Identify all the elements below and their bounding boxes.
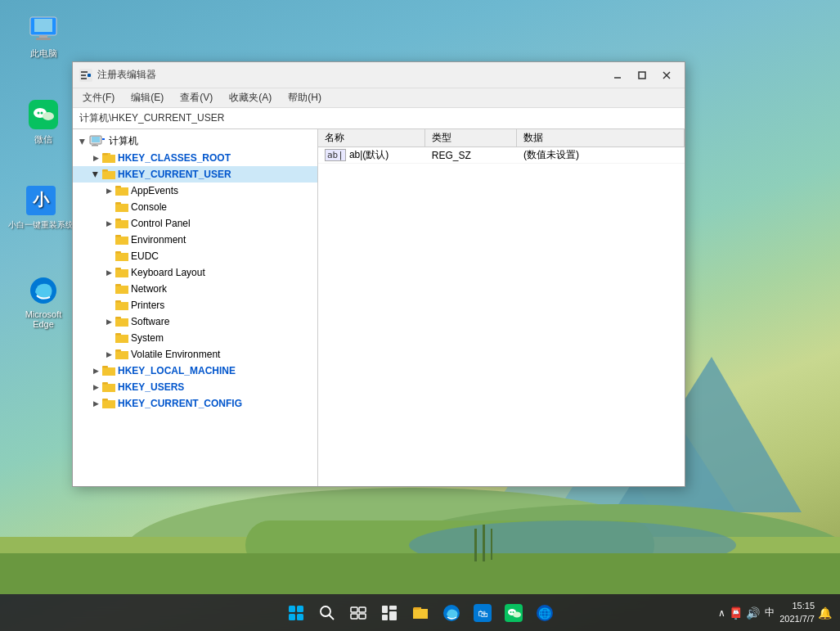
file-explorer-button[interactable] — [406, 598, 435, 628]
tree-label-computer: 计算机 — [109, 134, 138, 148]
folder-icon-appevents — [115, 185, 128, 196]
desktop-icon-installer[interactable]: 小 小白一键重装系统 — [8, 184, 74, 231]
desktop-icon-wechat[interactable]: 微信 — [15, 98, 72, 146]
search-button[interactable] — [312, 598, 342, 628]
desktop-icon-edge[interactable]: Microsoft Edge — [15, 274, 72, 329]
taskbar-app-button[interactable]: 🌐 — [530, 598, 559, 628]
menu-help[interactable]: 帮助(H) — [281, 89, 328, 106]
expand-software[interactable]: ▶ — [102, 315, 115, 328]
tree-label-appevents: AppEvents — [131, 185, 178, 196]
taskbar: 🛍 🌐 — [0, 594, 840, 631]
svg-text:🛍: 🛍 — [478, 608, 487, 620]
store-button[interactable]: 🛍 — [468, 598, 497, 628]
tree-item-software[interactable]: ▶ Software — [73, 313, 317, 330]
tree-item-hkey-users[interactable]: ▶ HKEY_USERS — [73, 379, 317, 395]
clock[interactable]: 15:15 2021/7/7 — [779, 600, 815, 625]
tree-item-printers[interactable]: ▶ Printers — [73, 297, 317, 313]
tree-label-control-panel: Control Panel — [131, 218, 191, 229]
volume-icon[interactable]: 🔊 — [746, 606, 760, 620]
tree-item-keyboard-layout[interactable]: ▶ Keyboard Layout — [73, 264, 317, 281]
row-name: ab|(默认) — [349, 148, 389, 162]
expand-classes-root[interactable]: ▶ — [89, 151, 102, 165]
expand-volatile-env[interactable]: ▶ — [102, 348, 115, 361]
svg-rect-30 — [639, 72, 645, 79]
svg-rect-38 — [102, 153, 108, 155]
svg-rect-28 — [88, 74, 91, 77]
tree-item-control-panel[interactable]: ▶ Control Panel — [73, 215, 317, 232]
mail-icon[interactable]: 📮 — [729, 606, 743, 620]
folder-icon-current-config — [102, 398, 115, 409]
menu-edit[interactable]: 编辑(E) — [124, 89, 170, 106]
tree-item-appevents[interactable]: ▶ AppEvents — [73, 183, 317, 199]
col-header-type[interactable]: 类型 — [425, 129, 517, 146]
tree-label-environment: Environment — [131, 234, 186, 246]
tree-panel: ▶ 计算机 ▶ — [73, 129, 318, 486]
right-panel: 名称 类型 数据 ab| ab|(默认) REG_SZ (数值未设置) — [318, 129, 685, 486]
svg-rect-43 — [115, 235, 121, 237]
widgets-button[interactable] — [375, 598, 404, 628]
svg-rect-6 — [245, 521, 654, 570]
menu-view[interactable]: 查看(V) — [173, 89, 219, 106]
svg-text:小: 小 — [32, 191, 50, 209]
desktop: 此电脑 微信 小 小白一键重装系统 — [0, 0, 840, 631]
taskbar-right: ∧ 📮 🔊 中 15:15 2021/7/7 🔔 — [718, 600, 840, 625]
expand-local-machine[interactable]: ▶ — [89, 364, 102, 377]
svg-rect-67 — [389, 611, 397, 620]
title-bar: 注册表编辑器 — [73, 62, 685, 88]
svg-rect-26 — [81, 74, 86, 76]
tree-item-eudc[interactable]: ▶ EUDC — [73, 248, 317, 264]
table-row[interactable]: ab| ab|(默认) REG_SZ (数值未设置) — [318, 147, 685, 164]
svg-rect-50 — [115, 349, 121, 352]
menu-bar: 文件(F) 编辑(E) 查看(V) 收藏夹(A) 帮助(H) — [73, 88, 685, 108]
maximize-button[interactable] — [631, 66, 654, 84]
folder-icon-network — [115, 283, 128, 295]
expand-hkey-users[interactable]: ▶ — [89, 381, 102, 394]
col-header-name[interactable]: 名称 — [318, 129, 425, 146]
tree-label-current-config: HKEY_CURRENT_CONFIG — [118, 398, 242, 409]
expand-current-user[interactable]: ▶ — [89, 168, 102, 181]
tree-item-classes-root[interactable]: ▶ HKEY_CLASSES_ROOT — [73, 150, 317, 166]
time-display: 15:15 — [779, 600, 815, 612]
show-hidden-icons[interactable]: ∧ — [718, 607, 725, 619]
regedit-icon — [79, 69, 92, 82]
tree-label-network: Network — [131, 283, 167, 295]
tree-item-local-machine[interactable]: ▶ HKEY_LOCAL_MACHINE — [73, 363, 317, 379]
menu-favorites[interactable]: 收藏夹(A) — [222, 89, 278, 106]
taskview-button[interactable] — [344, 598, 373, 628]
folder-icon-environment — [115, 234, 128, 246]
svg-rect-68 — [413, 607, 420, 610]
tree-item-current-config[interactable]: ▶ HKEY_CURRENT_CONFIG — [73, 395, 317, 412]
tree-item-console[interactable]: ▶ Console — [73, 199, 317, 215]
column-headers: 名称 类型 数据 — [318, 129, 685, 147]
taskbar-wechat-button[interactable] — [499, 598, 528, 628]
language-indicator[interactable]: 中 — [763, 606, 776, 620]
tree-item-volatile-env[interactable]: ▶ Volatile Environment — [73, 346, 317, 363]
menu-file[interactable]: 文件(F) — [76, 89, 121, 106]
expand-control-panel[interactable]: ▶ — [102, 217, 115, 230]
svg-point-18 — [43, 112, 54, 120]
main-content: ▶ 计算机 ▶ — [73, 129, 685, 486]
tree-label-keyboard-layout: Keyboard Layout — [131, 267, 205, 278]
minimize-button[interactable] — [606, 66, 629, 84]
svg-point-58 — [321, 606, 330, 616]
notification-icon[interactable]: 🔔 — [818, 606, 832, 620]
tree-item-current-user[interactable]: ▶ HKEY_CURRENT_USER — [73, 166, 317, 183]
expand-appevents[interactable]: ▶ — [102, 184, 115, 197]
date-display: 2021/7/7 — [779, 613, 815, 625]
col-header-data[interactable]: 数据 — [517, 129, 685, 146]
tree-item-network[interactable]: ▶ Network — [73, 281, 317, 297]
start-button[interactable] — [281, 598, 311, 628]
svg-rect-61 — [359, 607, 366, 612]
close-button[interactable] — [655, 66, 678, 84]
svg-rect-62 — [351, 614, 357, 619]
tree-item-environment[interactable]: ▶ Environment — [73, 232, 317, 248]
tree-item-system[interactable]: ▶ System — [73, 330, 317, 346]
expand-computer[interactable]: ▶ — [76, 135, 89, 148]
svg-rect-34 — [92, 137, 100, 142]
expand-keyboard-layout[interactable]: ▶ — [102, 266, 115, 279]
taskbar-edge-button[interactable] — [437, 598, 466, 628]
tree-item-computer[interactable]: ▶ 计算机 — [73, 133, 317, 150]
folder-icon-printers — [115, 300, 128, 311]
desktop-icon-thispc[interactable]: 此电脑 — [15, 12, 72, 60]
expand-current-config[interactable]: ▶ — [89, 397, 102, 410]
